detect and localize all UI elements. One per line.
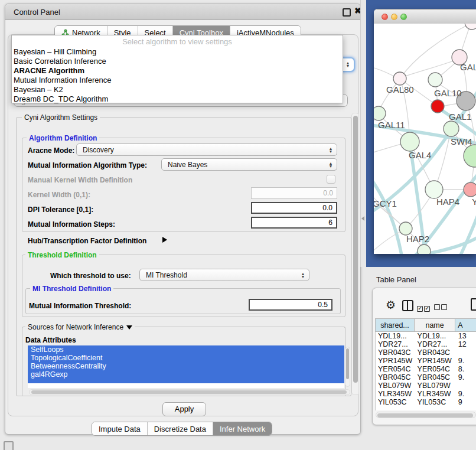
control-panel-titlebar[interactable]: Control Panel ✖ (5, 4, 360, 20)
data-attribute-item[interactable] (28, 379, 344, 383)
zoom-traffic-light[interactable] (400, 14, 407, 20)
table-row[interactable]: YBL079WYBL079W (376, 381, 476, 390)
network-canvas[interactable]: GALGAL80GAL10GAL1GAL11SWI4GAL4GCY1HAP4YH… (374, 24, 476, 254)
table-cell: 13 (456, 332, 476, 340)
table-cell: YBL079W (376, 381, 415, 390)
network-node[interactable] (418, 244, 431, 254)
mi-threshold-label: Mutual Information Threshold: (29, 302, 131, 310)
table-body: YDL19...YDL19...13YDR27...YDR27...12YBR0… (375, 332, 476, 410)
network-node[interactable] (444, 121, 459, 136)
tab-infer-network[interactable]: Infer Network (213, 422, 272, 435)
splitter-collapse-icon[interactable] (361, 216, 364, 221)
algorithm-option[interactable]: Bayesian – K2 (12, 85, 343, 94)
table-cell: YPR145W (376, 357, 415, 365)
data-attribute-item[interactable]: SelfLoops (28, 345, 344, 354)
table-row[interactable]: YPR145WYPR145W9. (376, 357, 476, 365)
data-attribute-item[interactable]: TopologicalCoefficient (28, 354, 344, 362)
table-row[interactable]: YIL053CYIL053C9 (376, 398, 476, 406)
aracne-mode-value: Discovery (77, 146, 327, 154)
network-node[interactable] (400, 132, 419, 151)
manual-kernel-checkbox[interactable] (327, 175, 335, 184)
algorithm-dropdown-list: Bayesian – Hill ClimbingBasic Correlatio… (12, 47, 343, 104)
aracne-mode-combo[interactable]: Discovery ▲▼ (76, 144, 337, 156)
network-node[interactable] (393, 72, 406, 85)
mi-threshold-field[interactable]: 0.5 (249, 299, 332, 311)
stepper-icon: ▲▼ (327, 147, 335, 153)
table-cell: YLR345W (415, 390, 456, 398)
network-node[interactable] (431, 100, 444, 113)
network-node[interactable] (464, 145, 476, 167)
stepper-icon: ▲▼ (344, 61, 352, 67)
data-attribute-item[interactable]: BetweennessCentrality (28, 362, 344, 370)
settings-scrollbar[interactable] (351, 113, 359, 395)
table-row[interactable]: YDL19...YDL19...13 (376, 332, 476, 340)
network-node-label: GCY1 (374, 198, 397, 208)
tab-impute-data[interactable]: Impute Data (92, 422, 148, 435)
close-traffic-light[interactable] (382, 14, 388, 20)
sources-group-title[interactable]: Sources for Network Inference (25, 323, 135, 331)
algorithm-option[interactable]: Basic Correlation Inference (12, 57, 343, 66)
table-row[interactable]: YBR045CYBR045C9. (376, 373, 476, 381)
algorithm-option[interactable]: Dream8 DC_TDC Algorithm (12, 94, 343, 104)
tab-discretize-data[interactable]: Discretize Data (148, 422, 213, 435)
function-builder-icon[interactable] (471, 298, 476, 311)
table-row[interactable]: YER054CYER054C8. (376, 365, 476, 373)
table-cell: YBR043C (415, 348, 456, 357)
expand-right-icon[interactable] (162, 237, 167, 243)
column-header-shared-name[interactable]: shared... (375, 318, 415, 332)
table-row[interactable]: YLR345WYLR345W9. (376, 390, 476, 398)
network-node-label: GAL11 (378, 120, 405, 130)
settings-scrollbar-thumb[interactable] (353, 116, 358, 383)
columns-icon[interactable] (402, 300, 413, 311)
kernel-width-field[interactable]: 0.0 (251, 187, 337, 199)
column-header-partial[interactable]: A (455, 318, 476, 332)
network-node[interactable] (465, 24, 476, 30)
network-node[interactable] (425, 181, 443, 198)
table-row[interactable]: YDR27...YDR27...12 (376, 340, 476, 348)
dpi-tolerance-field[interactable]: 0.0 (251, 202, 337, 214)
apply-button[interactable]: Apply (162, 402, 206, 416)
table-cell: YER054C (415, 365, 456, 373)
table-cell (456, 348, 476, 357)
network-window-titlebar[interactable] (374, 9, 476, 25)
attributes-scrollbar[interactable] (345, 347, 350, 387)
float-panel-icon[interactable] (343, 8, 351, 17)
algorithm-dropdown-popup: Select algorithm to view settings Bayesi… (11, 35, 343, 103)
which-threshold-label: Which threshold to use: (50, 272, 131, 280)
network-node-label: SWI4 (451, 136, 472, 146)
attributes-hscrollbar[interactable] (29, 389, 350, 395)
table-cell: YLR345W (376, 390, 415, 398)
algorithm-option[interactable]: ARACNE Algorithm (12, 66, 343, 76)
table-cell (456, 381, 476, 390)
table-cell: YDR27... (376, 340, 415, 348)
table-hscrollbar-thumb[interactable] (377, 413, 473, 418)
network-node[interactable] (428, 73, 442, 87)
gear-icon[interactable]: ⚙ (386, 298, 396, 312)
data-attribute-item[interactable]: gal4RGexp (28, 370, 344, 379)
control-panel-title: Control Panel (14, 8, 60, 17)
hub-definition-label[interactable]: Hub/Transcription Factor Definition (28, 237, 146, 245)
restore-panel-icon[interactable] (4, 441, 14, 450)
mi-type-combo[interactable]: Naive Bayes ▲▼ (161, 158, 337, 171)
manual-kernel-label: Manual Kernel Width Definition (28, 176, 132, 184)
network-node[interactable] (464, 182, 476, 197)
table-cell: YPR145W (415, 357, 456, 365)
network-node[interactable] (374, 106, 386, 120)
which-threshold-combo[interactable]: MI Threshold ▲▼ (139, 269, 309, 281)
column-header-name[interactable]: name (415, 318, 455, 332)
select-all-checkboxes-icon[interactable]: ✓✓ (417, 302, 431, 312)
attributes-scrollbar-thumb[interactable] (346, 348, 349, 379)
table-row[interactable]: YBR043CYBR043C (376, 348, 476, 357)
minimize-traffic-light[interactable] (391, 14, 397, 20)
algorithm-option[interactable]: Mutual Information Inference (12, 76, 343, 85)
table-cell: 9. (456, 357, 476, 365)
mi-steps-field[interactable]: 6 (251, 217, 337, 229)
threshold-definition-title: Threshold Definition (25, 251, 99, 259)
table-hscrollbar[interactable] (376, 412, 476, 418)
table-cell: 9 (456, 398, 476, 406)
network-node[interactable] (399, 222, 412, 235)
algorithm-option[interactable]: Bayesian – Hill Climbing (12, 47, 343, 57)
collapse-down-icon (126, 325, 132, 330)
attributes-hscrollbar-thumb[interactable] (31, 390, 347, 394)
deselect-all-checkboxes-icon[interactable] (434, 302, 448, 312)
